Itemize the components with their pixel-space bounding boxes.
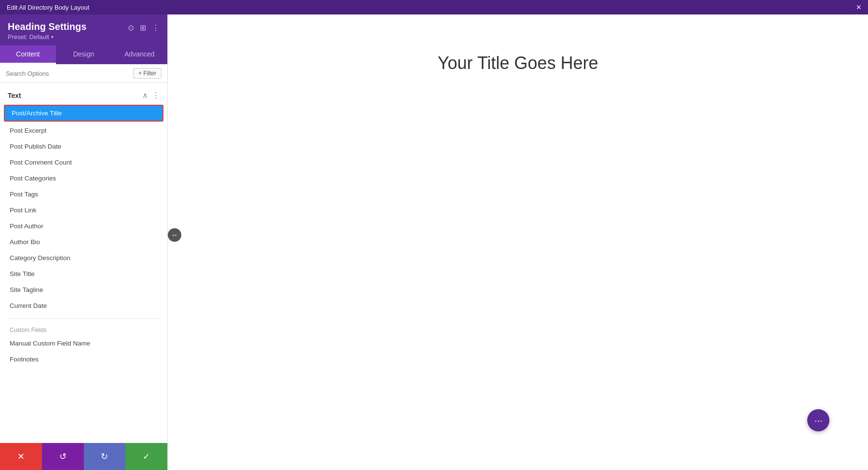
panel-heading-title: Heading Settings <box>8 21 86 32</box>
left-panel: Heading Settings Preset: Default ▾ ⊙ ⊞ ⋮… <box>0 14 168 470</box>
circle-icon[interactable]: ⊙ <box>128 23 134 32</box>
list-item-post-publish-date[interactable]: Post Publish Date <box>0 138 167 154</box>
undo-button[interactable]: ↺ <box>42 443 84 470</box>
close-button[interactable]: ✕ <box>0 443 42 470</box>
list-item-post-link[interactable]: Post Link <box>0 202 167 218</box>
list-item-post-author[interactable]: Post Author <box>0 218 167 234</box>
tab-content[interactable]: Content <box>0 45 56 64</box>
panel-body: Text ∧ ⋮ Post/Archive Title Post Excerpt… <box>0 83 167 443</box>
more-options-icon[interactable]: ⋮ <box>152 23 160 32</box>
list-item-category-description[interactable]: Category Description <box>0 250 167 266</box>
tab-advanced[interactable]: Advanced <box>111 45 167 64</box>
section-more-icon[interactable]: ⋮ <box>152 91 160 100</box>
text-section-header: Text ∧ ⋮ <box>0 91 167 104</box>
preview-title: Your Title Goes Here <box>438 53 598 73</box>
fab-icon: ··· <box>814 415 823 426</box>
main-layout: Heading Settings Preset: Default ▾ ⊙ ⊞ ⋮… <box>0 14 868 470</box>
panel-resize-handle[interactable]: ↔ <box>168 228 181 242</box>
search-bar: + Filter <box>0 64 167 83</box>
list-item-post-comment-count[interactable]: Post Comment Count <box>0 154 167 170</box>
text-items-list: Post/Archive Title Post Excerpt Post Pub… <box>0 105 167 314</box>
top-bar: Edit All Directory Body Layout × <box>0 0 868 14</box>
save-button[interactable]: ✓ <box>125 443 167 470</box>
collapse-icon[interactable]: ∧ <box>142 91 148 100</box>
preset-selector[interactable]: Preset: Default ▾ <box>8 33 86 41</box>
list-item-footnotes[interactable]: Footnotes <box>0 351 167 367</box>
preset-label: Preset: Default <box>8 33 49 41</box>
bottom-bar: ✕ ↺ ↻ ✓ <box>0 443 167 470</box>
list-item-post-archive-title[interactable]: Post/Archive Title <box>4 105 163 122</box>
custom-fields-items-list: Manual Custom Field Name Footnotes <box>0 335 167 367</box>
text-section-title: Text <box>8 92 21 99</box>
list-item-post-tags[interactable]: Post Tags <box>0 186 167 202</box>
panel-header: Heading Settings Preset: Default ▾ ⊙ ⊞ ⋮ <box>0 14 167 45</box>
preview-area: Your Title Goes Here ··· <box>168 14 868 470</box>
list-item-site-tagline[interactable]: Site Tagline <box>0 282 167 298</box>
list-item-post-categories[interactable]: Post Categories <box>0 170 167 186</box>
list-item-author-bio[interactable]: Author Bio <box>0 234 167 250</box>
fab-button[interactable]: ··· <box>807 409 829 431</box>
list-item-post-excerpt[interactable]: Post Excerpt <box>0 123 167 138</box>
section-divider <box>8 318 160 319</box>
top-bar-title: Edit All Directory Body Layout <box>7 4 89 11</box>
filter-button[interactable]: + Filter <box>133 68 162 79</box>
preview-content: Your Title Goes Here <box>168 14 868 470</box>
columns-icon[interactable]: ⊞ <box>140 23 146 32</box>
redo-button[interactable]: ↻ <box>84 443 126 470</box>
tab-design[interactable]: Design <box>56 45 112 64</box>
list-item-manual-custom-field-name[interactable]: Manual Custom Field Name <box>0 335 167 351</box>
top-bar-close-button[interactable]: × <box>856 2 861 13</box>
tabs-bar: Content Design Advanced <box>0 45 167 64</box>
list-item-site-title[interactable]: Site Title <box>0 266 167 282</box>
list-item-current-date[interactable]: Current Date <box>0 298 167 314</box>
search-input[interactable] <box>6 70 129 77</box>
custom-fields-section-title: Custom Fields <box>0 324 167 335</box>
chevron-down-icon: ▾ <box>51 34 54 40</box>
